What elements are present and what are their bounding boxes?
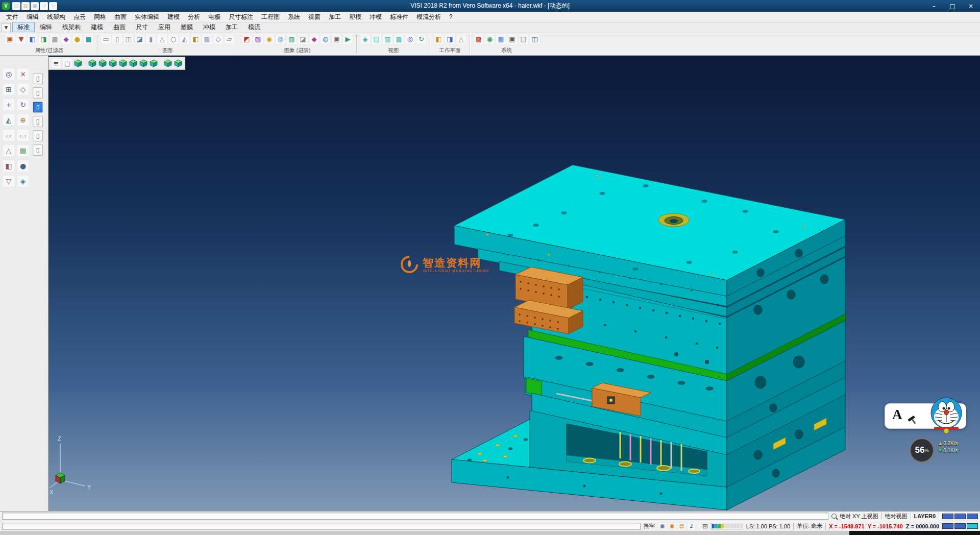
mesh-icon[interactable]: ▦: [202, 34, 212, 44]
view-top-icon[interactable]: ▤: [371, 34, 382, 44]
absolute-view-label[interactable]: 绝对视图: [885, 513, 908, 520]
point-tool-icon[interactable]: ●: [17, 160, 29, 172]
save-file-icon[interactable]: ▣: [31, 2, 39, 10]
zoom-icon[interactable]: ◎: [3, 68, 15, 80]
snapshot-icon[interactable]: ▣: [331, 34, 342, 44]
menu-item[interactable]: ?: [445, 12, 457, 22]
database-icon[interactable]: ▤: [518, 34, 529, 44]
add-entity-icon[interactable]: +: [3, 99, 15, 111]
view-cube-icon[interactable]: [88, 59, 97, 67]
background-icon[interactable]: ▨: [286, 34, 297, 44]
gem-tool-icon[interactable]: ◈: [17, 175, 29, 187]
menu-item[interactable]: 网格: [90, 12, 110, 22]
tab-selected[interactable]: 标准: [12, 22, 35, 32]
view-mode-label[interactable]: 绝对 XY 上视图: [840, 513, 878, 520]
settings-grid-icon[interactable]: ▦: [496, 34, 506, 44]
progress-percent-badge[interactable]: 56%: [909, 437, 935, 463]
wireframe-icon[interactable]: ▭: [101, 34, 111, 44]
erase-icon[interactable]: ×: [17, 68, 29, 80]
menu-item[interactable]: 分析: [184, 12, 204, 22]
status-capture-icon[interactable]: ▣: [668, 522, 676, 530]
status-save-icon[interactable]: ▣: [658, 522, 667, 530]
filter-icon[interactable]: ▼: [16, 34, 27, 44]
active-layer-label[interactable]: LAYER0: [914, 513, 936, 519]
view-front-icon[interactable]: ▥: [382, 34, 393, 44]
menu-item[interactable]: 工程图: [257, 12, 284, 22]
highlight-icon[interactable]: ●: [72, 34, 83, 44]
tab-item[interactable]: 塑膜: [176, 22, 198, 32]
view-cube-icon[interactable]: [74, 59, 83, 67]
clip-y-icon[interactable]: ▯: [33, 87, 43, 99]
assistant-widget[interactable]: A: [885, 403, 966, 429]
menu-item[interactable]: 电极: [204, 12, 225, 22]
grid-snap-icon[interactable]: ⊞: [3, 83, 15, 95]
shading-icon[interactable]: ▯: [112, 34, 122, 44]
status-search-icon[interactable]: [831, 514, 837, 519]
tab-item[interactable]: 尺寸: [131, 22, 153, 32]
prism-icon[interactable]: ◭: [179, 34, 190, 44]
color-swatch[interactable]: [967, 514, 978, 519]
camera-icon[interactable]: ◎: [275, 34, 286, 44]
diamond-select-icon[interactable]: ◇: [17, 83, 29, 95]
animation-icon[interactable]: ▶: [342, 34, 353, 44]
tab-item[interactable]: 应用: [153, 22, 176, 32]
sphere-icon[interactable]: ○: [168, 34, 179, 44]
lock-toggle-label[interactable]: 拴牢: [644, 522, 655, 530]
cylinder-icon[interactable]: ▮: [145, 34, 156, 44]
open-file-icon[interactable]: ▦: [21, 2, 30, 10]
tab-item[interactable]: 冲模: [198, 22, 220, 32]
undo-icon[interactable]: ↺: [40, 2, 48, 10]
clip-x-icon[interactable]: ▯: [33, 73, 43, 84]
view-right-icon[interactable]: ▦: [394, 34, 404, 44]
tab-item[interactable]: 模流: [243, 22, 265, 32]
workplane-align-icon[interactable]: △: [456, 34, 467, 44]
texture-icon[interactable]: ▧: [253, 34, 263, 44]
globe-icon[interactable]: ◉: [484, 34, 495, 44]
menu-item[interactable]: 建模: [163, 12, 184, 22]
view-cube-icon[interactable]: [108, 59, 117, 67]
calculator-icon[interactable]: ▣: [507, 34, 518, 44]
down-tri-icon[interactable]: ▽: [3, 175, 15, 187]
menu-item[interactable]: 编辑: [22, 12, 43, 22]
shadow-icon[interactable]: ◪: [298, 34, 308, 44]
workplane-custom-icon[interactable]: ◨: [445, 34, 455, 44]
menu-item[interactable]: 曲面: [110, 12, 131, 22]
view-cube-icon[interactable]: [118, 59, 128, 67]
layer-filter-icon[interactable]: ◧: [27, 34, 38, 44]
status-print-icon[interactable]: ▤: [677, 522, 686, 530]
minimize-button[interactable]: –: [925, 0, 943, 12]
menu-item[interactable]: 文件: [2, 12, 22, 22]
tab-dropdown-icon[interactable]: ▼: [2, 23, 11, 32]
section-icon[interactable]: ◧: [190, 34, 201, 44]
half-shade-icon[interactable]: ◧: [3, 160, 15, 172]
view-cube-icon[interactable]: [174, 59, 183, 67]
hidden-line-icon[interactable]: ◫: [123, 34, 134, 44]
color-swatch[interactable]: [954, 514, 966, 519]
grid-toggle-icon[interactable]: ⊞: [702, 522, 708, 530]
clip-custom-icon[interactable]: ▯: [33, 116, 43, 127]
clip-off-icon[interactable]: ▯: [33, 130, 43, 141]
maximize-button[interactable]: □: [943, 0, 962, 12]
rotate-entity-icon[interactable]: ↻: [17, 99, 29, 111]
color-palette-icon[interactable]: ▩: [473, 34, 484, 44]
menu-item[interactable]: 模流分析: [412, 12, 445, 22]
attributes-icon[interactable]: ▣: [5, 34, 15, 44]
new-file-icon[interactable]: ▤: [12, 2, 20, 10]
clip-z-icon[interactable]: ▯: [33, 102, 43, 113]
view-cube-icon[interactable]: [139, 59, 148, 67]
cone-icon[interactable]: △: [157, 34, 167, 44]
view-cube-icon[interactable]: [163, 59, 173, 67]
menu-item[interactable]: 点云: [69, 12, 90, 22]
view-iso-icon[interactable]: ◈: [360, 34, 371, 44]
rect-tool-icon[interactable]: ▭: [17, 129, 29, 141]
triangle-tool-icon[interactable]: △: [3, 144, 15, 157]
menu-item[interactable]: 塑模: [345, 12, 365, 22]
color-swatch[interactable]: [967, 523, 978, 529]
tab-item[interactable]: 编辑: [35, 22, 57, 32]
layers-icon[interactable]: ◫: [529, 34, 540, 44]
transparency-icon[interactable]: ◪: [134, 34, 145, 44]
color-filter-icon[interactable]: ◨: [38, 34, 49, 44]
viewport-blank-icon[interactable]: ▢: [62, 58, 72, 68]
skew-icon[interactable]: ▱: [3, 129, 15, 141]
close-button[interactable]: ×: [962, 0, 980, 12]
